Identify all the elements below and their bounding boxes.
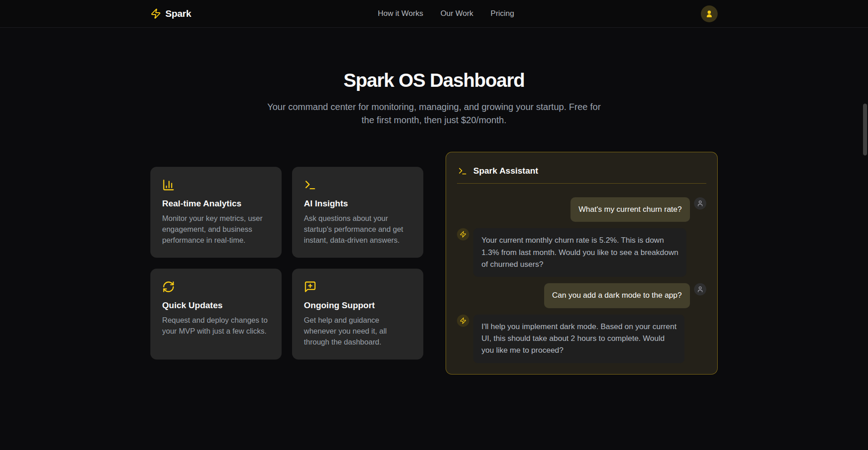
- assistant-panel-header: Spark Assistant: [457, 163, 706, 184]
- refresh-icon: [162, 280, 175, 293]
- assistant-message-bubble: I'll help you implement dark mode. Based…: [473, 315, 684, 363]
- chat-message-list: What's my current churn rate? Your curre…: [457, 197, 706, 363]
- feature-title: AI Insights: [304, 199, 412, 209]
- lightning-bolt-icon: [150, 8, 161, 19]
- feature-grid: Real-time Analytics Monitor your key met…: [150, 167, 423, 360]
- user-avatar: [694, 283, 706, 295]
- feature-description: Monitor your key metrics, user engagemen…: [162, 213, 270, 246]
- feature-description: Ask questions about your startup's perfo…: [304, 213, 412, 246]
- feature-card-quick-updates: Quick Updates Request and deploy changes…: [150, 269, 282, 360]
- user-message-bubble: What's my current churn rate?: [570, 197, 690, 222]
- feature-card-ongoing-support: Ongoing Support Get help and guidance wh…: [292, 269, 423, 360]
- user-message-bubble: Can you add a dark mode to the app?: [544, 283, 690, 308]
- chat-message-user: What's my current churn rate?: [457, 197, 706, 222]
- navbar-inner: Spark How it Works Our Work Pricing: [150, 0, 718, 27]
- page-subtitle: Your command center for monitoring, mana…: [0, 100, 868, 127]
- user-avatar-button[interactable]: [701, 5, 718, 22]
- nav-links: How it Works Our Work Pricing: [191, 9, 701, 18]
- nav-link-pricing[interactable]: Pricing: [491, 9, 514, 18]
- assistant-message-bubble: Your current monthly churn rate is 5.2%.…: [473, 228, 686, 277]
- page-title: Spark OS Dashboard: [0, 70, 868, 91]
- assistant-avatar: [457, 228, 469, 240]
- feature-title: Quick Updates: [162, 300, 270, 310]
- assistant-panel-title: Spark Assistant: [473, 166, 538, 176]
- feature-description: Get help and guidance whenever you need …: [304, 315, 412, 348]
- terminal-icon: [304, 179, 317, 191]
- feature-card-ai-insights: AI Insights Ask questions about your sta…: [292, 167, 423, 258]
- main-content-row: Real-time Analytics Monitor your key met…: [0, 152, 868, 375]
- spark-assistant-panel: Spark Assistant What's my current churn …: [446, 152, 718, 375]
- chat-message-assistant: Your current monthly churn rate is 5.2%.…: [457, 228, 706, 277]
- chat-message-user: Can you add a dark mode to the app?: [457, 283, 706, 308]
- feature-title: Ongoing Support: [304, 300, 412, 310]
- page-scrollbar[interactable]: [863, 104, 867, 155]
- feature-title: Real-time Analytics: [162, 199, 270, 209]
- user-icon: [697, 200, 704, 207]
- bar-chart-icon: [162, 179, 175, 191]
- nav-link-how-it-works[interactable]: How it Works: [378, 9, 423, 18]
- chat-message-assistant: I'll help you implement dark mode. Based…: [457, 315, 706, 363]
- user-icon: [705, 10, 714, 18]
- assistant-avatar: [457, 315, 469, 327]
- lightning-bolt-icon: [460, 231, 466, 238]
- lightning-bolt-icon: [460, 317, 466, 324]
- brand-logo[interactable]: Spark: [150, 8, 191, 19]
- hero-section: Spark OS Dashboard Your command center f…: [0, 70, 868, 127]
- user-icon: [697, 286, 704, 293]
- feature-card-realtime-analytics: Real-time Analytics Monitor your key met…: [150, 167, 282, 258]
- nav-link-our-work[interactable]: Our Work: [441, 9, 473, 18]
- top-navbar: Spark How it Works Our Work Pricing: [0, 0, 868, 28]
- user-avatar: [694, 197, 706, 210]
- brand-name: Spark: [165, 8, 191, 19]
- message-plus-icon: [304, 280, 317, 293]
- terminal-icon: [458, 166, 467, 176]
- feature-description: Request and deploy changes to your MVP w…: [162, 315, 270, 337]
